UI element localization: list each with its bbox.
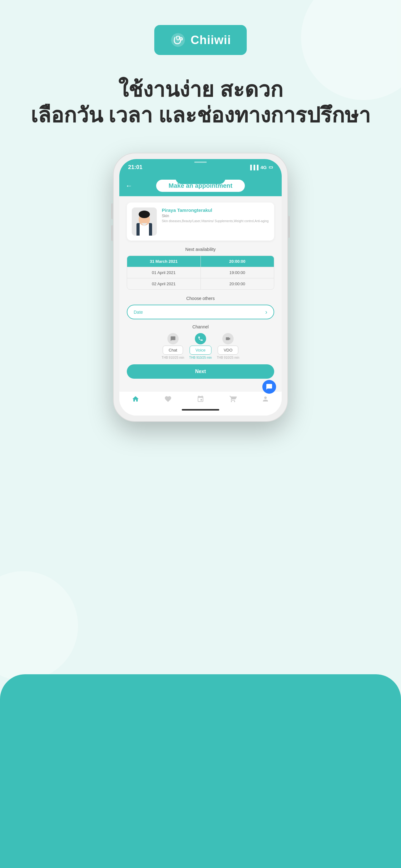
date-arrow-icon: ›: [265, 308, 267, 316]
network-type: 4G: [261, 165, 267, 170]
phone-outer: 21:01 ▐▐▐ 4G ▭ ← Make an appointment: [113, 153, 288, 422]
channel-section: Channel Chat THB 910/25 min: [127, 324, 274, 359]
phone-screen: 21:01 ▐▐▐ 4G ▭ ← Make an appointment: [119, 159, 282, 415]
bottom-band: [0, 674, 401, 868]
power-button: [288, 216, 290, 238]
logo-text: Chiiwii: [191, 33, 231, 47]
choose-others-section: Choose others Date ›: [127, 296, 274, 319]
availability-table: 31 March 2021 20:00:00 01 April 2021 19:…: [127, 256, 274, 290]
battery-icon: ▭: [269, 164, 273, 170]
availability-row-2[interactable]: 01 April 2021 19:00:00: [127, 267, 274, 278]
avail-date-1: 31 March 2021: [127, 256, 201, 267]
chat-button[interactable]: Chat: [163, 346, 183, 354]
channel-option-chat: Chat THB 910/25 min: [162, 333, 184, 359]
chat-fab-button[interactable]: [262, 380, 276, 394]
scroll-indicator: [194, 161, 207, 163]
status-time: 21:01: [128, 164, 142, 170]
avail-date-3: 02 April 2021: [127, 278, 201, 289]
headline-line1: ใช้งานง่าย สะดวก: [31, 77, 371, 102]
nav-home-button[interactable]: [132, 395, 139, 403]
back-button[interactable]: ←: [126, 182, 132, 190]
phone-mockup: 21:01 ▐▐▐ 4G ▭ ← Make an appointment: [113, 153, 288, 422]
chat-price: THB 910/25 min: [162, 356, 184, 359]
next-button[interactable]: Next: [127, 364, 274, 379]
nav-health-button[interactable]: [164, 395, 172, 403]
availability-row-3[interactable]: 02 April 2021 20:00:00: [127, 278, 274, 289]
status-bar: 21:01 ▐▐▐ 4G ▭: [119, 159, 282, 175]
signal-bars-icon: ▐▐▐: [248, 165, 259, 170]
nav-profile-button[interactable]: [262, 395, 269, 403]
vdo-price: THB 910/25 min: [217, 356, 239, 359]
svg-point-2: [181, 38, 182, 39]
doctor-info: Piraya Tamrongterakul Skin Skin diseases…: [162, 208, 269, 223]
status-icons: ▐▐▐ 4G ▭: [248, 164, 273, 170]
nav-calendar-button[interactable]: [197, 395, 204, 403]
volume-down-button: [111, 225, 113, 241]
avail-time-2: 19:00:00: [201, 267, 274, 278]
next-availability-label: Next availability: [127, 247, 274, 252]
headline-line2: เลือกวัน เวลา และช่องทางการปรึกษา: [31, 102, 371, 128]
doctor-tags: Skin diseases,Beauty/Laser,Vitamins/ Sup…: [162, 219, 269, 223]
voice-price: THB 910/25 min: [189, 356, 212, 359]
app-content: Piraya Tamrongterakul Skin Skin diseases…: [119, 196, 282, 391]
logo-header: Chiiwii: [154, 25, 246, 55]
date-picker[interactable]: Date ›: [127, 305, 274, 319]
channel-label: Channel: [127, 324, 274, 329]
bg-circle-bottom: [0, 571, 78, 681]
avail-time-1: 20:00:00: [201, 256, 274, 267]
doctor-name: Piraya Tamrongterakul: [162, 208, 269, 213]
channel-option-voice: Voice THB 910/25 min: [189, 333, 212, 359]
doctor-avatar-image: [132, 208, 157, 236]
home-indicator: [182, 409, 219, 410]
vdo-button[interactable]: VDO: [218, 346, 238, 354]
logo-icon: [170, 32, 186, 48]
doctor-avatar: [132, 208, 157, 236]
availability-row-1[interactable]: 31 March 2021 20:00:00: [127, 256, 274, 267]
vdo-icon: [222, 333, 234, 344]
channel-options: Chat THB 910/25 min Voice THB 910/25 min: [127, 333, 274, 359]
bottom-nav: [119, 391, 282, 405]
channel-option-vdo: VDO THB 910/25 min: [217, 333, 239, 359]
phone-notch: [175, 175, 226, 184]
svg-point-7: [139, 211, 150, 218]
headline: ใช้งานง่าย สะดวก เลือกวัน เวลา และช่องทา…: [31, 77, 371, 128]
volume-up-button: [111, 204, 113, 219]
doctor-card: Piraya Tamrongterakul Skin Skin diseases…: [127, 203, 274, 241]
voice-button[interactable]: Voice: [190, 346, 211, 354]
choose-others-label: Choose others: [127, 296, 274, 301]
avail-time-3: 20:00:00: [201, 278, 274, 289]
date-placeholder: Date: [134, 310, 143, 315]
voice-icon: [195, 333, 206, 344]
avail-date-2: 01 April 2021: [127, 267, 201, 278]
doctor-specialty: Skin: [162, 214, 269, 218]
chat-icon: [167, 333, 179, 344]
nav-cart-button[interactable]: [229, 395, 237, 403]
